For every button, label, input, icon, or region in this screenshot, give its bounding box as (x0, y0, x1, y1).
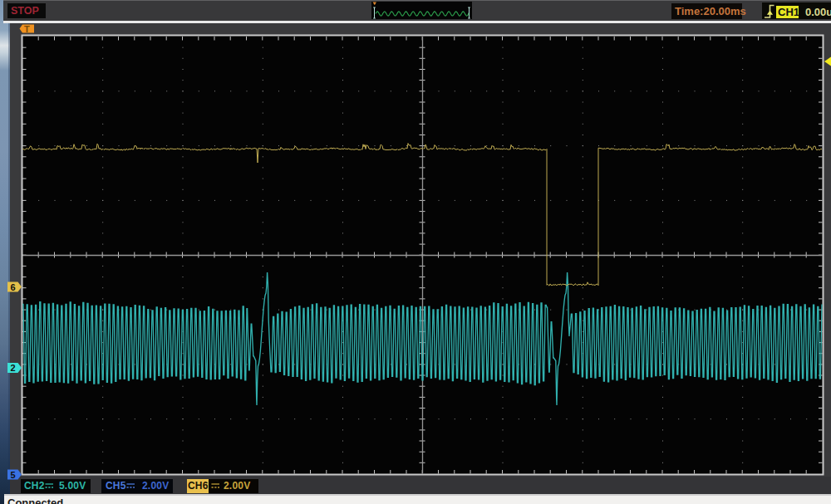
svg-text:T: T (24, 24, 30, 34)
svg-text:5: 5 (11, 470, 16, 480)
svg-text:2: 2 (11, 363, 16, 373)
svg-text:6: 6 (11, 282, 16, 292)
